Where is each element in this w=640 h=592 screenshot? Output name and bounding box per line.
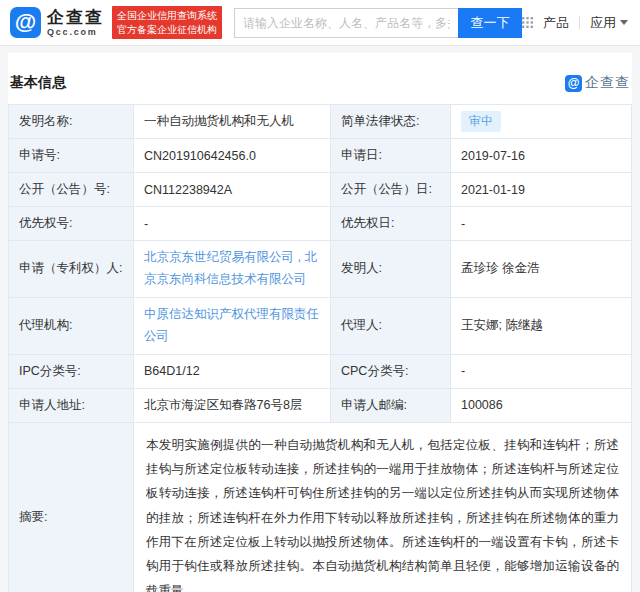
applicant-link-1[interactable]: 北京京东世纪贸易有限公司: [144, 250, 294, 264]
value-priority-date: -: [451, 207, 632, 241]
slogan-badge: 全国企业信用查询系统 官方备案企业征信机构: [112, 6, 222, 39]
slogan-line-2: 官方备案企业征信机构: [117, 23, 217, 37]
value-agency: 中原信达知识产权代理有限责任公司: [134, 297, 331, 354]
qcc-logo-icon[interactable]: @: [10, 7, 41, 38]
value-application-number: CN201910642456.0: [134, 139, 331, 173]
value-applicant-address: 北京市海淀区知春路76号8层: [134, 388, 331, 422]
nav-divider: [579, 16, 580, 29]
table-row: 摘要: 本发明实施例提供的一种自动抛货机构和无人机，包括定位板、挂钩和连钩杆；所…: [9, 422, 632, 592]
value-cpc: -: [451, 354, 632, 388]
label-inventor: 发明人:: [331, 241, 451, 298]
grid-menu-icon[interactable]: [522, 17, 533, 28]
label-publication-date: 公开（公告）日:: [331, 173, 451, 207]
table-row: 申请（专利权）人: 北京京东世纪贸易有限公司 , 北京京东尚科信息技术有限公司 …: [9, 241, 632, 298]
value-simple-legal-status: 审中: [451, 105, 632, 139]
top-nav: 产品 应用: [522, 14, 628, 32]
value-publication-number: CN112238942A: [134, 173, 331, 207]
qcc-logo-glyph: @: [15, 11, 36, 33]
table-row: 代理机构: 中原信达知识产权代理有限责任公司 代理人: 王安娜; 陈继越: [9, 297, 632, 354]
page-title: 基本信息: [10, 74, 66, 92]
value-inventor: 孟珍珍 徐金浩: [451, 241, 632, 298]
label-simple-legal-status: 简单法律状态:: [331, 105, 451, 139]
nav-product-label: 产品: [543, 14, 569, 32]
watermark-glyph: @: [568, 77, 580, 89]
label-cpc: CPC分类号:: [331, 354, 451, 388]
table-row: 申请人地址: 北京市海淀区知春路76号8层 申请人邮编: 100086: [9, 388, 632, 422]
nav-app-label: 应用: [590, 14, 616, 32]
label-application-number: 申请号:: [9, 139, 134, 173]
label-ipc: IPC分类号:: [9, 354, 134, 388]
basic-info-card: 基本信息 @ 企查查 发明名称: 一种自动抛货机构和无人机 简单法律状态: 审中…: [8, 53, 632, 592]
label-abstract: 摘要:: [9, 422, 134, 592]
value-ipc: B64D1/12: [134, 354, 331, 388]
value-agent: 王安娜; 陈继越: [451, 297, 632, 354]
card-head: 基本信息 @ 企查查: [8, 53, 632, 104]
table-row: 发明名称: 一种自动抛货机构和无人机 简单法律状态: 审中: [9, 105, 632, 139]
label-priority-number: 优先权号:: [9, 207, 134, 241]
label-applicant-address: 申请人地址:: [9, 388, 134, 422]
label-invention-name: 发明名称:: [9, 105, 134, 139]
search-input[interactable]: [234, 8, 458, 38]
applicant-separator: ,: [294, 250, 304, 264]
search-bar: 查一下: [234, 8, 522, 38]
value-publication-date: 2021-01-19: [451, 173, 632, 207]
label-agency: 代理机构:: [9, 297, 134, 354]
label-application-date: 申请日:: [331, 139, 451, 173]
label-applicant-zip: 申请人邮编:: [331, 388, 451, 422]
value-abstract: 本发明实施例提供的一种自动抛货机构和无人机，包括定位板、挂钩和连钩杆；所述挂钩与…: [134, 422, 632, 592]
nav-item-app[interactable]: 应用: [590, 14, 628, 32]
search-button[interactable]: 查一下: [458, 8, 522, 38]
label-priority-date: 优先权日:: [331, 207, 451, 241]
label-publication-number: 公开（公告）号:: [9, 173, 134, 207]
nav-item-product[interactable]: 产品: [543, 14, 569, 32]
value-applicant: 北京京东世纪贸易有限公司 , 北京京东尚科信息技术有限公司: [134, 241, 331, 298]
label-applicant: 申请（专利权）人:: [9, 241, 134, 298]
logo-text[interactable]: 企查查 Qcc.com: [47, 9, 104, 37]
logo-name: 企查查: [47, 9, 104, 26]
watermark: @ 企查查: [565, 74, 630, 92]
value-applicant-zip: 100086: [451, 388, 632, 422]
caret-down-icon: [620, 20, 628, 25]
value-application-date: 2019-07-16: [451, 139, 632, 173]
logo-domain: Qcc.com: [47, 28, 104, 37]
table-row: 申请号: CN201910642456.0 申请日: 2019-07-16: [9, 139, 632, 173]
agency-link[interactable]: 中原信达知识产权代理有限责任公司: [144, 307, 319, 343]
top-header: @ 企查查 Qcc.com 全国企业信用查询系统 官方备案企业征信机构 查一下 …: [0, 0, 640, 46]
table-row: IPC分类号: B64D1/12 CPC分类号: -: [9, 354, 632, 388]
table-row: 公开（公告）号: CN112238942A 公开（公告）日: 2021-01-1…: [9, 173, 632, 207]
watermark-text: 企查查: [585, 74, 630, 92]
table-row: 优先权号: - 优先权日: -: [9, 207, 632, 241]
label-agent: 代理人:: [331, 297, 451, 354]
value-priority-number: -: [134, 207, 331, 241]
status-badge: 审中: [461, 111, 501, 132]
slogan-line-1: 全国企业信用查询系统: [117, 9, 217, 23]
patent-info-table: 发明名称: 一种自动抛货机构和无人机 简单法律状态: 审中 申请号: CN201…: [8, 104, 632, 592]
watermark-logo-icon: @: [565, 75, 582, 92]
value-invention-name: 一种自动抛货机构和无人机: [134, 105, 331, 139]
